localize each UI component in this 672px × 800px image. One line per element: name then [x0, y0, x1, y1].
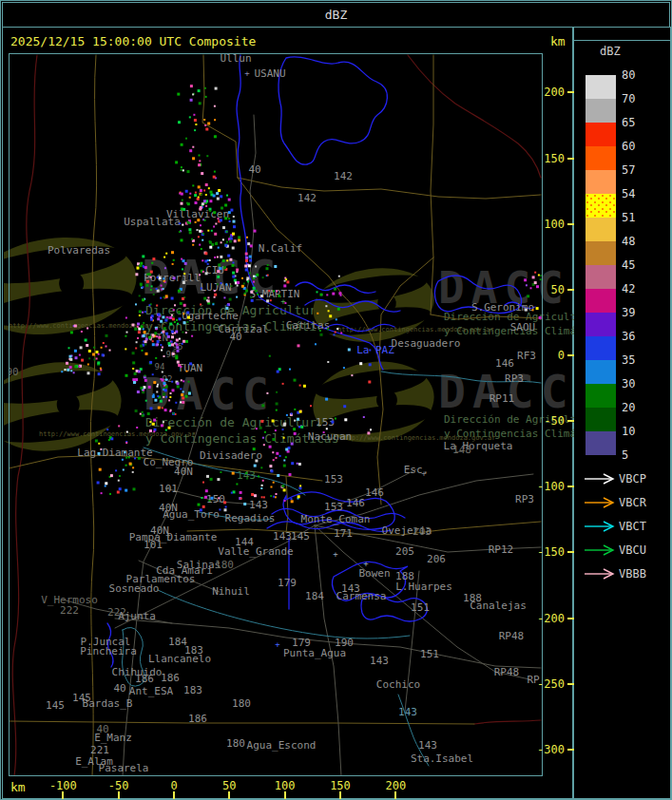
- site-marker-icon: +: [333, 549, 337, 560]
- x-tick-label: -100: [49, 779, 77, 792]
- place-label: 146: [346, 498, 365, 508]
- place-label: Llancanelo: [148, 654, 211, 664]
- place-label: RP48: [494, 667, 520, 677]
- place-label: Monte_Coman: [301, 514, 371, 524]
- colorbar-swatch: [586, 75, 616, 99]
- vector-arrow-icon: [584, 521, 616, 532]
- place-label: Divisadero: [200, 450, 262, 461]
- colorbar-swatch: [586, 431, 616, 455]
- x-tick-label: -50: [108, 779, 129, 792]
- place-label: Nihuil: [212, 586, 250, 597]
- place-label: 146: [495, 358, 514, 369]
- place-label: 205: [395, 546, 414, 557]
- legend-row-vbct: [584, 521, 616, 532]
- place-label: 151: [411, 602, 430, 613]
- place-label: Nacunan: [308, 431, 352, 442]
- colorbar-level-label: 42: [622, 282, 635, 295]
- vector-arrow-icon: [584, 568, 616, 580]
- place-label: 145: [291, 531, 310, 542]
- place-label: 143: [237, 470, 256, 481]
- place-label: S_MARTIN: [250, 289, 300, 299]
- place-label: N.Calif: [259, 243, 302, 254]
- title-bar: dBZ: [2, 2, 670, 28]
- place-label: La PAZ: [356, 345, 394, 355]
- place-label: 145: [46, 700, 65, 711]
- place-label: Desaguadero: [392, 338, 461, 349]
- x-tick-mark: [173, 791, 175, 800]
- place-label: 186: [135, 674, 154, 684]
- x-tick-mark: [284, 791, 286, 800]
- colorbar-level-label: 51: [622, 211, 635, 224]
- timestamp: 2025/12/15 15:00:00 UTC Composite: [10, 34, 256, 48]
- x-tick-label: 100: [275, 779, 296, 792]
- y-tick-mark: [567, 683, 574, 685]
- y-tick-label: 0: [532, 349, 565, 362]
- x-tick-mark: [228, 791, 230, 800]
- colorbar-swatch: [586, 241, 616, 265]
- place-label: 101: [144, 540, 163, 550]
- place-label: LUJAN: [200, 282, 231, 293]
- place-label: Ullun: [220, 54, 251, 64]
- map-labels-layer: UllunUSANU40142142UspallataVillavicenPol…: [10, 54, 542, 775]
- colorbar-level-label: 35: [622, 353, 635, 367]
- place-label: 40: [229, 332, 241, 342]
- place-label: 171: [334, 528, 353, 539]
- place-label: 206: [427, 554, 446, 564]
- y-tick-label: -100: [532, 480, 565, 493]
- place-label: Pasarela: [99, 763, 149, 773]
- place-label: Potrerill: [144, 273, 201, 283]
- vector-arrow-icon: [584, 473, 616, 485]
- place-label: 40: [96, 724, 108, 734]
- y-tick-label: 150: [532, 152, 565, 165]
- site-marker-icon: +: [280, 296, 285, 307]
- place-label: 142: [298, 193, 317, 203]
- place-label: 222: [60, 605, 79, 616]
- place-label: TPIN: [144, 333, 169, 343]
- place-label: 143: [418, 740, 437, 751]
- colorbar-swatch: [586, 218, 616, 241]
- y-tick-mark: [567, 354, 574, 356]
- colorbar-swatch: [586, 408, 616, 431]
- y-tick-label: -50: [532, 414, 565, 428]
- place-label: 101: [159, 484, 178, 494]
- colorbar-level-label: 45: [622, 258, 635, 272]
- place-label: 143: [370, 656, 389, 666]
- x-tick-mark: [394, 791, 396, 800]
- place-label: Villavicen: [166, 209, 229, 219]
- place-label: Lag.Diamante: [77, 448, 152, 458]
- place-label: RP3: [515, 494, 534, 505]
- place-label: 184: [305, 591, 324, 601]
- place-label: 146: [365, 487, 384, 498]
- place-label: Valle_Grande: [218, 546, 293, 557]
- vector-arrow-icon: [584, 497, 616, 508]
- place-label: Cochico: [376, 679, 420, 690]
- sidebar-divider: [573, 40, 671, 41]
- colorbar-level-label: 5: [622, 448, 628, 462]
- x-tick-label: 50: [222, 779, 236, 792]
- x-tick-label: 200: [385, 779, 406, 792]
- place-label: Canalejas: [470, 600, 527, 611]
- place-label: 180: [226, 738, 245, 749]
- place-label: SAOU: [510, 322, 536, 333]
- place-label: RP3: [505, 373, 524, 384]
- y-tick-label: -200: [532, 612, 565, 625]
- legend-row-vbcp: [584, 473, 616, 485]
- site-marker-icon: +: [363, 559, 368, 569]
- y-axis-unit-label: km: [550, 34, 566, 48]
- radar-window: dBZ 2025/12/15 15:00:00 UTC Composite km…: [0, 0, 672, 800]
- colorbar-swatch: [586, 360, 616, 384]
- place-label: Sta.Isabel: [411, 753, 473, 764]
- y-tick-mark: [567, 551, 574, 553]
- place-label: Ajunta: [118, 611, 156, 621]
- colorbar-level-label: 57: [622, 163, 635, 177]
- place-label: Pampa_Diamante: [129, 532, 218, 543]
- colorbar-swatch: [586, 146, 616, 170]
- place-label: 142: [334, 171, 353, 181]
- place-label: RP48: [499, 631, 525, 641]
- x-axis-unit-label: km: [10, 780, 26, 794]
- y-tick-mark: [567, 486, 574, 487]
- place-label: 143: [249, 500, 268, 510]
- colorbar-swatch: [586, 313, 616, 336]
- colorbar-swatch: [586, 123, 616, 146]
- colorbar-swatch: [586, 194, 616, 218]
